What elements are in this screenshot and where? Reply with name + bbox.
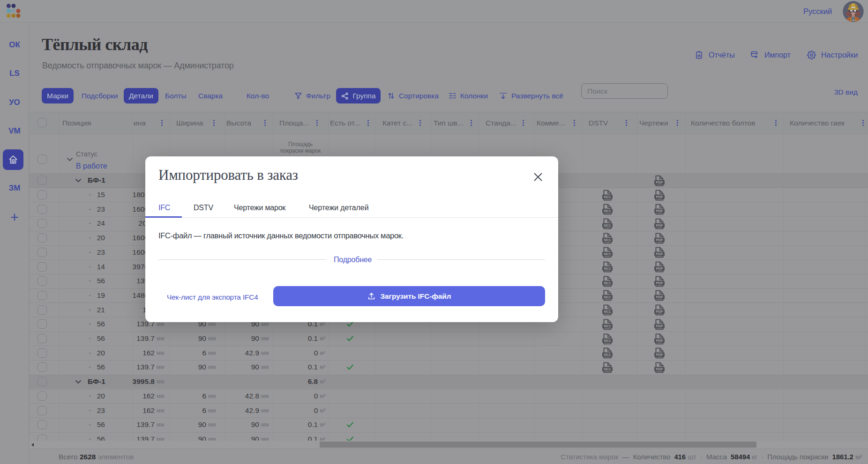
svg-text:PDF: PDF (656, 309, 663, 314)
svg-text:NC1: NC1 (604, 295, 611, 300)
svg-text:PDF: PDF (656, 223, 663, 228)
svg-text:PDF: PDF (656, 353, 663, 357)
svg-text:PDF: PDF (656, 180, 663, 184)
svg-text:PDF: PDF (656, 367, 663, 371)
svg-text:NC1: NC1 (604, 324, 611, 328)
svg-text:NC1: NC1 (604, 195, 611, 199)
svg-text:PDF: PDF (656, 339, 663, 343)
svg-text:NC1: NC1 (604, 209, 611, 213)
svg-text:NC1: NC1 (604, 252, 611, 257)
svg-text:PDF: PDF (656, 295, 663, 300)
svg-text:PDF: PDF (656, 252, 663, 257)
svg-text:PDF: PDF (656, 238, 663, 242)
svg-text:NC1: NC1 (604, 281, 611, 285)
svg-text:PDF: PDF (656, 266, 663, 271)
svg-text:NC1: NC1 (604, 309, 611, 314)
svg-text:PDF: PDF (656, 195, 663, 199)
svg-text:NC1: NC1 (604, 223, 611, 228)
svg-text:NC1: NC1 (604, 238, 611, 242)
svg-text:NC1: NC1 (604, 353, 611, 357)
svg-text:NC1: NC1 (604, 266, 611, 271)
svg-text:PDF: PDF (656, 209, 663, 213)
svg-text:PDF: PDF (656, 324, 663, 328)
svg-text:NC1: NC1 (604, 339, 611, 343)
svg-text:NC1: NC1 (604, 367, 611, 371)
svg-text:PDF: PDF (656, 281, 663, 285)
